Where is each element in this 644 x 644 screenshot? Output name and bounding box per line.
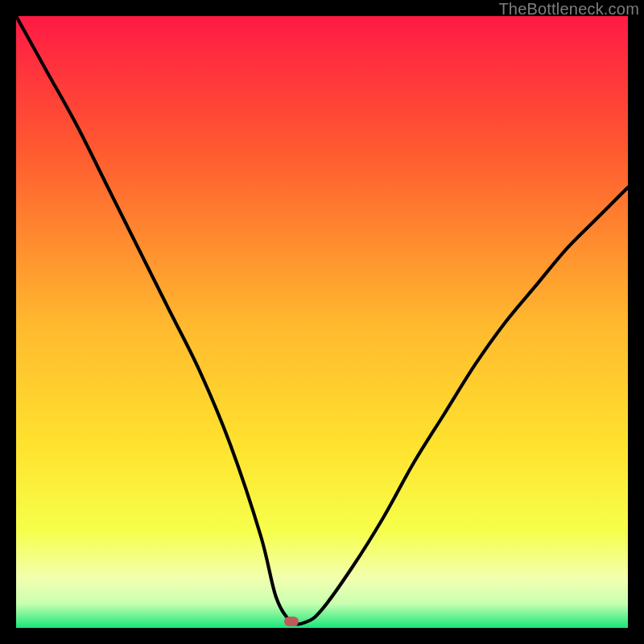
bottleneck-curve — [16, 16, 628, 628]
optimal-point-marker — [284, 617, 299, 626]
watermark-text: TheBottleneck.com — [498, 0, 639, 19]
plot-area — [16, 16, 628, 628]
chart-stage: TheBottleneck.com — [0, 0, 644, 644]
